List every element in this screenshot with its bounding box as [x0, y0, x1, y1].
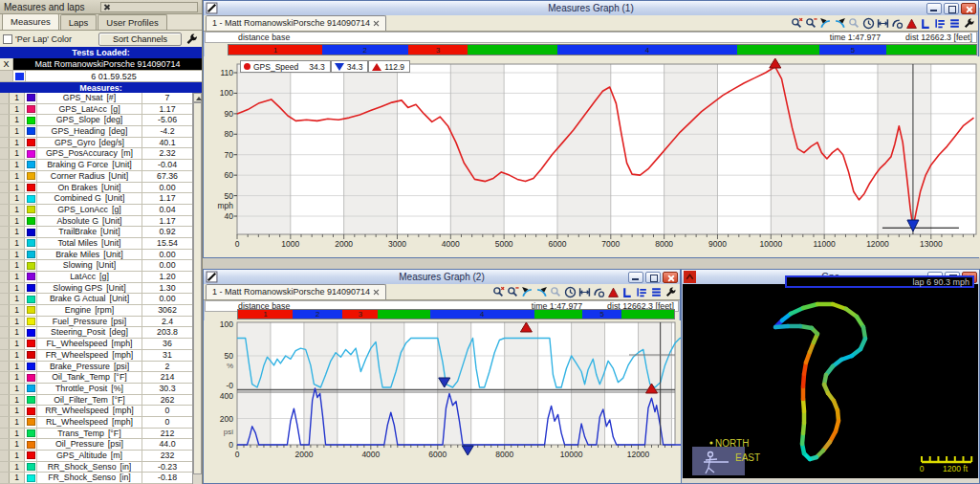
measure-row[interactable]: 1Total Miles[Unit]15.54 [0, 238, 192, 250]
overlay-graphs-icon[interactable] [635, 285, 649, 299]
measure-row[interactable]: 1FR_Shock_Senso[in]-0.18 [0, 473, 192, 484]
measure-color-swatch[interactable] [25, 384, 37, 394]
maximize-icon[interactable] [645, 272, 661, 283]
measure-color-swatch[interactable] [25, 372, 37, 383]
row-grip[interactable] [0, 384, 10, 394]
lap-segment[interactable] [621, 310, 674, 319]
lap-segment[interactable] [534, 310, 582, 319]
time-base-icon[interactable] [861, 16, 876, 31]
row-grip[interactable] [0, 216, 10, 227]
measure-row[interactable]: 1GPS_PosAccuracy[m]2.32 [0, 148, 192, 160]
measure-color-swatch[interactable] [25, 171, 37, 182]
align-left-icon[interactable] [621, 285, 635, 299]
measure-row[interactable]: 1Oil_Tank_Temp[°F]214 [0, 372, 192, 384]
show-max-icon[interactable] [904, 16, 919, 31]
graph1-lap-bar[interactable]: 12345 [228, 44, 977, 55]
measure-color-swatch[interactable] [25, 104, 37, 115]
graph2-lap-bar[interactable]: 12345 [237, 309, 675, 319]
cursor-prev-icon[interactable] [520, 285, 534, 299]
lap-row[interactable]: 6 01.59.525 [0, 71, 202, 82]
measure-color-swatch[interactable] [25, 138, 37, 148]
channel-settings-wrench-icon[interactable] [185, 33, 199, 46]
measure-color-swatch[interactable] [25, 350, 37, 361]
measure-row[interactable]: 1GPS_Gyro[deg/s]40.1 [0, 138, 192, 149]
measure-row[interactable]: 1Braking G Force[Unit]-0.04 [0, 160, 192, 171]
measure-color-swatch[interactable] [25, 126, 37, 137]
row-grip[interactable] [0, 417, 10, 428]
align-left-icon[interactable] [919, 16, 933, 31]
measure-row[interactable]: 1TrailBrake[Unit]0.92 [0, 227, 192, 238]
row-grip[interactable] [0, 362, 10, 372]
zoom-reset-icon[interactable] [790, 16, 804, 31]
measure-color-swatch[interactable] [25, 317, 37, 327]
graph1-titlebar[interactable]: Measures Graph (1) [204, 1, 978, 15]
row-grip[interactable] [0, 205, 10, 215]
measure-color-swatch[interactable] [25, 395, 37, 406]
measure-color-swatch[interactable] [25, 260, 37, 271]
measure-row[interactable]: 1Oil_Filter_Tem[°F]262 [0, 395, 192, 407]
pan-view-icon[interactable] [592, 285, 606, 299]
tile-graphs-icon[interactable] [947, 16, 962, 31]
zoom-reset-icon[interactable] [491, 285, 506, 299]
lap-segment-2[interactable]: 2 [293, 310, 342, 319]
measure-row[interactable]: 1Brake Miles[Unit]0.00 [0, 250, 192, 261]
measure-color-swatch[interactable] [25, 115, 37, 125]
panel-close-icon[interactable] [100, 2, 199, 12]
measure-row[interactable]: 1RR_Shock_Senso[in]-0.23 [0, 462, 192, 473]
graph2-titlebar[interactable]: Measures Graph (2) [204, 270, 680, 284]
measure-color-swatch[interactable] [25, 148, 37, 159]
measure-color-swatch[interactable] [25, 250, 37, 260]
row-grip[interactable] [0, 227, 10, 237]
minimize-icon[interactable] [926, 3, 942, 14]
measure-row[interactable]: 1Corner Radius[Unit]67.36 [0, 171, 192, 183]
measure-row[interactable]: 1On Brakes[Unit]0.00 [0, 183, 192, 194]
measure-row[interactable]: 1Throttle_Posit[%]30.3 [0, 384, 192, 395]
measure-color-swatch[interactable] [25, 429, 37, 439]
measure-row[interactable]: 1Absolute G[Unit]1.17 [0, 216, 192, 228]
row-grip[interactable] [0, 115, 10, 125]
row-grip[interactable] [0, 183, 10, 193]
tile-graphs-icon[interactable] [649, 285, 664, 299]
row-grip[interactable] [0, 250, 10, 260]
measure-color-swatch[interactable] [25, 216, 37, 227]
row-grip[interactable] [0, 171, 10, 182]
measure-color-swatch[interactable] [25, 305, 37, 316]
measure-row[interactable]: 1Engine[rpm]3062 [0, 305, 192, 317]
row-grip[interactable] [0, 160, 10, 170]
close-icon[interactable] [663, 272, 678, 283]
cursor-next-icon[interactable] [534, 285, 549, 299]
lap-segment-2[interactable]: 2 [322, 45, 408, 55]
measure-row[interactable]: 1FL_Wheelspeed[mph]36 [0, 339, 192, 350]
measure-row[interactable]: 1Slowing[Unit]0.00 [0, 260, 192, 272]
row-grip[interactable] [0, 372, 10, 383]
lap-segment-5[interactable]: 5 [819, 45, 886, 55]
tab-close-icon[interactable] [373, 20, 380, 27]
measure-row[interactable]: 1RR_Wheelspeed[mph]0 [0, 406, 192, 417]
lap-segment-3[interactable]: 3 [408, 45, 468, 55]
scrollbar-thumb[interactable] [193, 102, 202, 474]
measure-row[interactable]: 1Oil_Pressure[psi]44.0 [0, 439, 192, 451]
per-lap-color-checkbox[interactable] [3, 34, 12, 44]
measure-row[interactable]: 1FR_Wheelspeed[mph]31 [0, 350, 192, 362]
row-grip[interactable] [0, 104, 10, 115]
measure-color-swatch[interactable] [25, 327, 37, 338]
fit-horizontal-icon[interactable] [577, 285, 592, 299]
lap-segment[interactable] [737, 45, 819, 55]
measure-row[interactable]: 1Steering_Posit[deg]203.8 [0, 327, 192, 339]
measure-color-swatch[interactable] [25, 473, 37, 483]
measure-row[interactable]: 1LatAcc[g]1.20 [0, 272, 192, 283]
measure-color-swatch[interactable] [25, 362, 37, 372]
measure-row[interactable]: 1GPS_Heading[deg]-4.2 [0, 126, 192, 138]
row-grip[interactable] [0, 93, 10, 103]
measure-row[interactable]: 1GPS_Altitude[m]232 [0, 451, 192, 462]
measure-row[interactable]: 1GPS_Slope[deg]-5.06 [0, 115, 192, 126]
graph1-legend[interactable]: GPS_Speed 34.3 34.3 112.9 [240, 60, 410, 73]
row-grip[interactable] [0, 294, 10, 304]
cursor-next-icon[interactable] [833, 16, 847, 31]
graph-settings-icon[interactable] [664, 285, 678, 299]
lap-segment-1[interactable]: 1 [229, 45, 322, 55]
overlay-graphs-icon[interactable] [933, 16, 947, 31]
measure-row[interactable]: 1RL_Wheelspeed[mph]0 [0, 417, 192, 429]
row-grip[interactable] [0, 395, 10, 406]
measure-row[interactable]: 1Fuel_Pressure[psi]2.4 [0, 317, 192, 328]
